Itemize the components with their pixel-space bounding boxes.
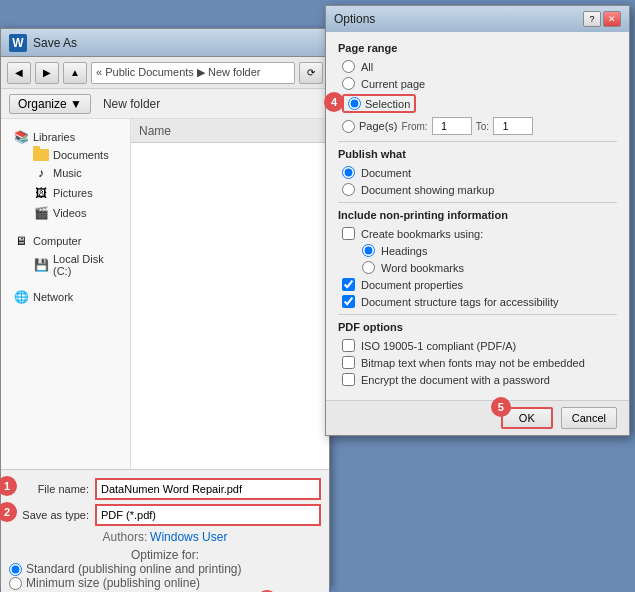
encrypt-label: Encrypt the document with a password [361, 374, 550, 386]
savetype-row: Save as type: 2 [9, 504, 321, 526]
pdf-options-label: PDF options [338, 321, 617, 333]
tree-computer[interactable]: 🖥 Computer [9, 231, 122, 251]
tree-documents: Documents ♪ Music 🖼 Pictures 🎬 Videos [9, 147, 122, 223]
bitmap-checkbox[interactable] [342, 356, 355, 369]
doc-markup-label: Document showing markup [361, 184, 494, 196]
doc-markup-radio[interactable] [342, 183, 355, 196]
doc-struct-checkbox[interactable] [342, 295, 355, 308]
word-icon: W [9, 34, 27, 52]
current-page-row: Current page [338, 77, 617, 90]
create-bookmarks-row: Create bookmarks using: [338, 227, 617, 240]
tree-item-localdisk[interactable]: 💾 Local Disk (C:) [29, 251, 122, 279]
word-bookmarks-label: Word bookmarks [381, 262, 464, 274]
libraries-icon: 📚 [13, 129, 29, 145]
tree-item-music[interactable]: ♪ Music [29, 163, 122, 183]
file-list-header: Name [131, 119, 329, 143]
videos-icon: 🎬 [33, 205, 49, 221]
new-folder-button[interactable]: New folder [99, 95, 164, 113]
word-bookmarks-radio[interactable] [362, 261, 375, 274]
create-bookmarks-label: Create bookmarks using: [361, 228, 483, 240]
selection-row: Selection 4 [338, 94, 617, 113]
current-page-radio[interactable] [342, 77, 355, 90]
ok-area: OK 5 [501, 407, 553, 429]
pages-radio[interactable] [342, 120, 355, 133]
refresh-button[interactable]: ⟳ [299, 62, 323, 84]
optimize-standard-radio[interactable] [9, 563, 22, 576]
include-label: Include non-printing information [338, 209, 617, 221]
optimize-min-label: Minimum size (publishing online) [26, 576, 200, 590]
pages-label: Page(s) [359, 120, 398, 132]
filename-input[interactable] [95, 478, 321, 500]
pages-row: Page(s) From: To: [338, 117, 617, 135]
optimize-standard-row: Standard (publishing online and printing… [9, 562, 321, 576]
document-label: Document [361, 167, 411, 179]
doc-properties-row: Document properties [338, 278, 617, 291]
to-spinbox[interactable] [493, 117, 533, 135]
tree-section-computer: 🖥 Computer 💾 Local Disk (C:) [1, 227, 130, 283]
tree-network[interactable]: 🌐 Network [9, 287, 122, 307]
up-button[interactable]: ▲ [63, 62, 87, 84]
authors-row: Authors: Windows User [9, 530, 321, 544]
help-button[interactable]: ? [583, 11, 601, 27]
tree-section-libraries: 📚 Libraries Documents ♪ Music 🖼 Pictures [1, 123, 130, 227]
documents-icon [33, 149, 49, 161]
headings-radio[interactable] [362, 244, 375, 257]
forward-button[interactable]: ▶ [35, 62, 59, 84]
from-spinbox[interactable] [432, 117, 472, 135]
doc-properties-checkbox[interactable] [342, 278, 355, 291]
encrypt-checkbox[interactable] [342, 373, 355, 386]
document-radio[interactable] [342, 166, 355, 179]
music-icon: ♪ [33, 165, 49, 181]
dialog-body: Page range All Current page Selection 4 … [326, 32, 629, 400]
saveas-bottom: File name: 1 Save as type: 2 Authors: Wi… [1, 469, 329, 592]
tree-item-documents[interactable]: Documents [29, 147, 122, 163]
all-radio[interactable] [342, 60, 355, 73]
selection-label: Selection [365, 98, 410, 110]
breadcrumb[interactable]: « Public Documents ▶ New folder [91, 62, 295, 84]
optimize-min-radio[interactable] [9, 577, 22, 590]
tree-item-pictures[interactable]: 🖼 Pictures [29, 183, 122, 203]
network-icon: 🌐 [13, 289, 29, 305]
authors-label: Authors: [103, 530, 148, 544]
publish-what-label: Publish what [338, 148, 617, 160]
doc-struct-row: Document structure tags for accessibilit… [338, 295, 617, 308]
optimize-section: Optimize for: Standard (publishing onlin… [9, 548, 321, 590]
right-panel: Name [131, 119, 329, 469]
all-row: All [338, 60, 617, 73]
selection-radio[interactable] [348, 97, 361, 110]
pictures-icon: 🖼 [33, 185, 49, 201]
documents-label: Documents [53, 149, 109, 161]
saveas-window: W Save As ◀ ▶ ▲ « Public Documents ▶ New… [0, 28, 330, 588]
iso-checkbox[interactable] [342, 339, 355, 352]
tree-section-network: 🌐 Network [1, 283, 130, 311]
saveas-toolbar: ◀ ▶ ▲ « Public Documents ▶ New folder ⟳ [1, 57, 329, 89]
badge-5: 5 [491, 397, 511, 417]
encrypt-row: Encrypt the document with a password [338, 373, 617, 386]
tree-item-videos[interactable]: 🎬 Videos [29, 203, 122, 223]
create-bookmarks-checkbox[interactable] [342, 227, 355, 240]
headings-label: Headings [381, 245, 427, 257]
network-label: Network [33, 291, 73, 303]
authors-value: Windows User [150, 530, 227, 544]
all-label: All [361, 61, 373, 73]
optimize-label: Optimize for: [131, 548, 199, 562]
dialog-cancel-button[interactable]: Cancel [561, 407, 617, 429]
dialog-footer: OK 5 Cancel [326, 400, 629, 435]
saveas-toolbar2: Organize ▼ New folder [1, 89, 329, 119]
word-bookmarks-row: Word bookmarks [338, 261, 617, 274]
savetype-label: Save as type: [9, 509, 89, 521]
tree-libraries[interactable]: 📚 Libraries [9, 127, 122, 147]
back-button[interactable]: ◀ [7, 62, 31, 84]
optimize-min-row: Minimum size (publishing online) [9, 576, 321, 590]
dialog-close-button[interactable]: ✕ [603, 11, 621, 27]
doc-struct-label: Document structure tags for accessibilit… [361, 296, 558, 308]
optimize-standard-label: Standard (publishing online and printing… [26, 562, 241, 576]
videos-label: Videos [53, 207, 86, 219]
computer-label: Computer [33, 235, 81, 247]
selection-highlight: Selection [342, 94, 416, 113]
bitmap-row: Bitmap text when fonts may not be embedd… [338, 356, 617, 369]
localdisk-icon: 💾 [33, 257, 49, 273]
saveas-title: Save As [33, 36, 77, 50]
savetype-input[interactable] [95, 504, 321, 526]
organize-button[interactable]: Organize ▼ [9, 94, 91, 114]
